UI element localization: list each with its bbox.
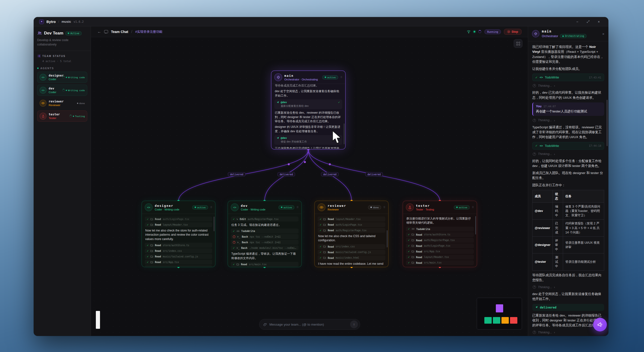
panel-close-button[interactable]: × (602, 32, 604, 36)
team-status-title: TEAM STATUS (42, 54, 66, 58)
minimap[interactable] (477, 298, 522, 330)
node-log-tester[interactable]: 录注册功能进行深入的专项测试分析。让我重新仔细审查关键代码逻辑。✓<>TodoW… (403, 214, 477, 267)
tool-call-row[interactable]: ✓Readlayout/Header.tsx (406, 255, 474, 260)
sidebar-agent-tester[interactable]: testerTesterTesting (37, 110, 87, 122)
tool-call-row[interactable]: ✓Readstore/authStore.ts (406, 232, 474, 237)
attach-icon[interactable] (263, 323, 267, 326)
tool-call-row[interactable]: ✓Readauth/LoginPage.tsx (406, 244, 474, 248)
task-channel-link[interactable]: #实现登录注册功能 (135, 30, 162, 34)
drag-handle-icon[interactable]: ⠿ (472, 206, 474, 209)
agent-node-dev[interactable]: <> dev Coder · Writing code active ⠿ ✓✎E… (228, 201, 302, 267)
tool-call-row[interactable]: ✓Readlayout/Header.tsx (145, 222, 212, 227)
thinking-toggle[interactable]: Thinking...› (532, 152, 604, 156)
tool-argument: store/authStore.ts (424, 233, 450, 236)
sidebar-agent-reviewer[interactable]: reviewerReviewerdone (37, 98, 87, 109)
send-button[interactable]: ↑ (350, 320, 358, 328)
tool-call-row[interactable]: ✓Readsrc/main.tsx (231, 262, 298, 267)
team-status-table: 成员状态任务@dev编码中修复 3 个严重/高优先级问题（重复Toaster、密… (532, 190, 604, 270)
agent-name: reviewer (49, 100, 75, 103)
grid-icon (516, 42, 520, 46)
agent-info: reviewerReviewer (49, 100, 75, 106)
agent-graph-canvas[interactable]: delivered delivered delivered delivered … (91, 37, 528, 336)
mention-chip[interactable]: @dev✓重新分配修复任务给 dev (274, 100, 342, 109)
team-active-badge: Active (65, 31, 82, 36)
tool-call-row[interactable]: !>_Bashnpx tsc --noEmit 2>&1 (231, 240, 298, 245)
node-scrollbar[interactable] (475, 216, 476, 234)
agent-node-designer[interactable]: <> designer Coder · Writing code active … (142, 201, 215, 267)
broadcast-fab[interactable] (593, 318, 607, 332)
tool-call-row[interactable]: ✓Readlayout/Header.tsx (318, 216, 385, 222)
message-input[interactable] (270, 323, 348, 326)
close-button[interactable]: × (594, 20, 603, 24)
tool-call-row[interactable]: ✓Readmusic/tailwind.config.js (145, 254, 212, 259)
thinking-toggle[interactable]: Thinking...› (532, 330, 604, 335)
maximize-button[interactable]: ⤢ (584, 20, 592, 24)
tool-call-row[interactable]: ✓Readsrc/App.tsx (406, 249, 474, 254)
tool-call-row[interactable]: ✓Readsrc/App.tsx (145, 260, 212, 264)
user-message-header: You17:44:07 (536, 104, 601, 108)
back-button[interactable]: ← (97, 30, 101, 34)
tool-call-row[interactable]: ✓Readsrc/index.css (145, 248, 212, 253)
tool-call-row[interactable]: ✓>_Bash./node_modules/.bin/tsc --noEmit … (231, 246, 298, 250)
check-icon: ✓ (408, 244, 410, 247)
tool-call-row[interactable]: ✓Readsrc/main.tsx (406, 260, 474, 265)
node-subtitle: Reviewer (328, 208, 366, 211)
running-spinner-icon (478, 30, 482, 33)
layout-grid-button[interactable] (514, 39, 522, 48)
agent-log-text: 已重新发送任务给 dev。reviewer 的详细报告已收到，同时 design… (274, 110, 342, 124)
thinking-toggle[interactable]: Thinking...› (532, 118, 604, 123)
node-status-badge: active (454, 205, 470, 210)
tool-argument: auth/RegisterPage.tsx (336, 229, 366, 232)
drag-handle-icon[interactable]: ⠿ (383, 206, 385, 209)
tool-call-row[interactable]: ✓Readsrc/index.css (318, 244, 385, 249)
tool-call-row[interactable]: ✓Readauth/RegisterPage.tsx (318, 228, 385, 233)
thinking-toggle[interactable]: Thinking...› (532, 285, 604, 290)
stop-button[interactable]: Stop (504, 29, 522, 35)
sidebar-agent-dev[interactable]: <>devCoderWriting code (37, 84, 87, 96)
tool-name: Read (155, 249, 161, 252)
tool-name: Read (416, 256, 422, 258)
assistant-message: 等待团队成员完成各自任务后，我会汇总结果向您报告。 (532, 273, 604, 283)
node-log-dev[interactable]: ✓✎Editauth/RegisterPage.tsx任务 3 完成。现在验证构… (228, 214, 302, 267)
drag-handle-icon[interactable]: ⠿ (340, 76, 342, 79)
drag-handle-icon[interactable]: ⠿ (210, 206, 212, 209)
tool-call-row[interactable]: ✓Readsrc/main.tsx (145, 265, 212, 267)
delivered-chip: delivered (532, 304, 604, 311)
panel-scrollbar[interactable] (606, 100, 608, 146)
folder-icon (150, 261, 153, 264)
agent-node-tester[interactable]: tester Tester · Testing active ⠿ 录注册功能进行… (403, 201, 477, 267)
tool-call-row[interactable]: ✓Readauth/LoginPage.tsx (318, 222, 385, 227)
minimize-button[interactable]: − (573, 20, 582, 24)
tool-call-chip[interactable]: ✓<>TodoWrite17:44:18 (532, 142, 604, 150)
node-scrollbar[interactable] (344, 124, 344, 144)
tool-call-row[interactable]: ✓Readstore/authStore.ts (145, 243, 212, 248)
tool-argument: src/index.css (163, 250, 182, 252)
table-cell: @dev (532, 203, 553, 220)
node-log-designer[interactable]: ✓Readauth/LoginPage.tsx✓Readlayout/Heade… (142, 214, 215, 267)
app-name: Bytro (46, 20, 56, 24)
tool-argument: auth/LoginPage.tsx (336, 224, 362, 226)
agent-node-reviewer[interactable]: reviewer Reviewer done ⠿ ✓Readlayout/Hea… (315, 201, 388, 267)
node-log-reviewer[interactable]: ✓Readlayout/Header.tsx✓Readauth/LoginPag… (315, 214, 388, 267)
node-scrollbar[interactable] (387, 230, 388, 248)
sidebar-agent-designer[interactable]: <>designerCoderWriting code (37, 72, 87, 83)
check-icon: ✓ (535, 144, 538, 148)
tool-call-row[interactable]: ✓Readmusic/tailwind.config.js (318, 250, 385, 255)
tool-call-row[interactable]: ✓✎Editauth/RegisterPage.tsx (231, 216, 298, 222)
tool-call-row[interactable]: !>_Bashnpx tsc --noEmit 2>&1 (231, 234, 298, 239)
check-icon: ✓ (233, 230, 235, 232)
folder-icon (412, 244, 414, 247)
table-header-cell: 状态 (553, 190, 563, 202)
tool-call-row[interactable]: ✓Readauth/RegisterPage.tsx (406, 238, 474, 243)
tool-call-row[interactable]: ✓<>TodoWrite (231, 228, 298, 234)
thinking-toggle[interactable]: Thinking...› (532, 83, 604, 88)
node-subtitle: Tester · Testing (416, 208, 452, 211)
node-scrollbar[interactable] (214, 216, 214, 231)
tool-call-chip[interactable]: ✓<>TodoWrite17:43:41 (532, 74, 604, 81)
tool-call-row[interactable]: ✓Readmusic/index.html (318, 256, 385, 260)
drag-handle-icon[interactable]: ⠿ (296, 206, 298, 209)
assistant-message: 我已经详细了解了项目现状。这是一个 Noir Vinyl 音乐播放器应用（Rea… (532, 44, 604, 64)
tool-call-row[interactable]: ✓<>TodoWrite (406, 226, 474, 232)
tool-call-row[interactable]: ✓Readauth/LoginPage.tsx (145, 216, 212, 222)
message-dot (329, 163, 331, 165)
